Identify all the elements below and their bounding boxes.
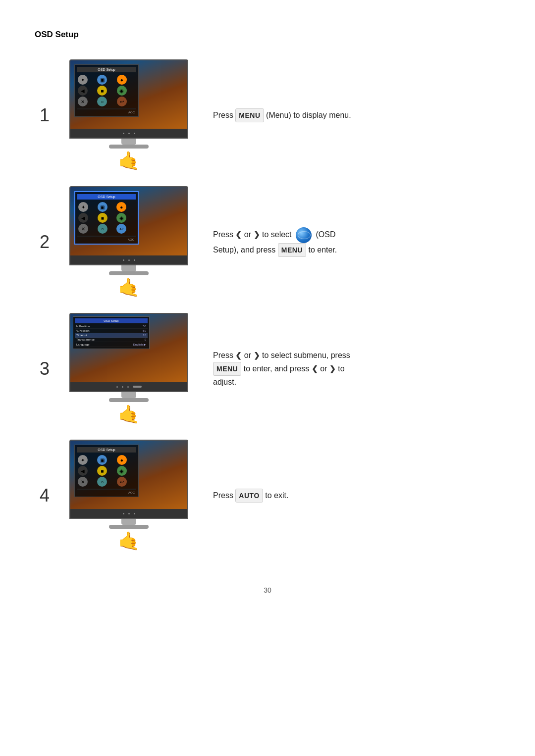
left-chevron-2: ❮ xyxy=(235,229,242,241)
monitor-1-base xyxy=(109,145,149,149)
monitor-2-base xyxy=(109,271,149,275)
monitor-3-stand xyxy=(121,392,136,398)
icon-blue: ▣ xyxy=(97,75,107,85)
submenu-val-3: 10 xyxy=(143,334,146,337)
icon-yellow: ■ xyxy=(97,86,107,96)
step3-toenter: to enter, and press xyxy=(244,364,310,373)
icon4-blue: ▣ xyxy=(97,455,107,465)
step-1-image: OSD Setup ✦ ▣ ● ◀ ■ ◉ ✕ ○ ↩ xyxy=(59,59,198,171)
icon4-cross: ✕ xyxy=(78,477,88,487)
step2-or-text: or xyxy=(244,230,251,239)
icon4-yellow: ■ xyxy=(97,466,107,476)
step4-text: to exit. xyxy=(265,491,288,500)
icon-star: ✦ xyxy=(78,75,88,85)
monitor-2-stand xyxy=(121,265,136,271)
menu-key-1: MENU xyxy=(235,108,264,122)
step1-press: Press xyxy=(213,111,233,119)
step-2-row: 2 OSD Setup ✦ ▣ ● ◀ ■ ◉ ✕ xyxy=(30,186,505,298)
monitor-4: OSD Setup ✦ ▣ ● ◀ ■ ◉ ✕ ○ ↩ xyxy=(69,440,188,519)
step-1-number: 1 xyxy=(30,105,59,126)
monitor-3: OSD Setup H.Position 50 V.Position 50 Ti… xyxy=(69,313,188,392)
osd-menu-1: OSD Setup ✦ ▣ ● ◀ ■ ◉ ✕ ○ ↩ xyxy=(74,64,139,117)
submenu-item-2: V.Position 50 xyxy=(75,329,148,333)
left-chevron-3a: ❮ xyxy=(235,350,242,361)
osd-icons-2: ✦ ▣ ● ◀ ■ ◉ ✕ ○ ↩ xyxy=(77,201,136,235)
monitor-1: OSD Setup ✦ ▣ ● ◀ ■ ◉ ✕ ○ ↩ xyxy=(69,59,188,139)
icon4-star: ✦ xyxy=(78,455,88,465)
icon4-circle: ○ xyxy=(97,477,107,487)
icon4-dark: ◀ xyxy=(78,466,88,476)
submenu-label-3: Timeout xyxy=(76,334,87,337)
submenu-val-5: English ▶ xyxy=(133,343,146,346)
step4-press: Press xyxy=(213,491,233,500)
osd-icons-1: ✦ ▣ ● ◀ ■ ◉ ✕ ○ ↩ xyxy=(77,74,136,107)
icon2-cross: ✕ xyxy=(78,224,88,234)
submenu-label-2: V.Position xyxy=(76,329,89,332)
osd-menu-2: OSD Setup ✦ ▣ ● ◀ ■ ◉ ✕ ○ ↩ xyxy=(74,191,139,245)
step1-text: (Menu) to display menu. xyxy=(266,111,351,119)
osd-title-2: OSD Setup xyxy=(77,194,136,200)
icon-circle: ○ xyxy=(97,97,107,106)
step-2-description: Press ❮ or ❯ to select (OSD Setup), and … xyxy=(198,227,505,257)
step-4-image: OSD Setup ✦ ▣ ● ◀ ■ ◉ ✕ ○ ↩ xyxy=(59,440,198,552)
icon-cross: ✕ xyxy=(78,97,88,106)
page-number: 30 xyxy=(30,586,505,594)
step2-toselect: to select xyxy=(262,230,292,239)
icon2-star: ✦ xyxy=(78,202,88,212)
icon2-circle: ○ xyxy=(98,224,107,234)
icon2-yellow: ■ xyxy=(98,213,107,223)
step-1-row: 1 OSD Setup ✦ ▣ ● ◀ ■ ◉ xyxy=(30,59,505,171)
globe-icon xyxy=(296,227,312,243)
submenu-val-4: 0 xyxy=(145,338,146,341)
step2-osd: (OSD xyxy=(316,230,335,239)
step2-press: Press xyxy=(213,230,233,239)
hand-icon-1: 🤙 xyxy=(118,151,140,171)
osd-title-1: OSD Setup xyxy=(77,67,136,72)
menu-key-3: MENU xyxy=(213,362,241,376)
step-3-number: 3 xyxy=(30,358,59,379)
icon-orange: ● xyxy=(117,75,127,85)
step3-to: to xyxy=(338,364,344,373)
icon-arrow: ↩ xyxy=(117,97,127,106)
step-2-image: OSD Setup ✦ ▣ ● ◀ ■ ◉ ✕ ○ ↩ xyxy=(59,186,198,298)
icon4-orange: ● xyxy=(117,455,127,465)
submenu-val-2: 50 xyxy=(143,329,146,332)
step-3-description: Press ❮ or ❯ to select submenu, press ME… xyxy=(198,349,505,389)
hand-icon-3: 🤙 xyxy=(118,404,140,425)
step-1-description: Press MENU (Menu) to display menu. xyxy=(198,108,505,122)
submenu-label-1: H.Position xyxy=(76,325,90,328)
monitor-4-stand xyxy=(121,519,136,525)
icon2-green: ◉ xyxy=(116,213,126,223)
step-3-image: OSD Setup H.Position 50 V.Position 50 Ti… xyxy=(59,313,198,425)
osd-menu-4: OSD Setup ✦ ▣ ● ◀ ■ ◉ ✕ ○ ↩ xyxy=(74,445,139,497)
step2-toenter: to enter. xyxy=(308,246,337,254)
right-chevron-3a: ❯ xyxy=(254,350,260,361)
osd-submenu-title-3: OSD Setup xyxy=(75,318,148,323)
right-chevron-2: ❯ xyxy=(254,229,260,241)
step-4-description: Press AUTO to exit. xyxy=(198,489,505,503)
icon4-green: ◉ xyxy=(117,466,127,476)
page-container: OSD Setup 1 OSD Setup ✦ ▣ ● ◀ xyxy=(0,0,535,624)
monitor-3-base xyxy=(109,398,149,402)
menu-key-2: MENU xyxy=(278,243,306,257)
icon2-orange: ● xyxy=(116,202,126,212)
hand-icon-2: 🤙 xyxy=(118,277,140,298)
icon-dark: ◀ xyxy=(78,86,88,96)
submenu-item-1: H.Position 50 xyxy=(75,324,148,329)
step3-or1-text: or xyxy=(244,351,251,359)
step3-adjust: adjust. xyxy=(213,378,236,386)
monitor-2: OSD Setup ✦ ▣ ● ◀ ■ ◉ ✕ ○ ↩ xyxy=(69,186,188,265)
osd-title-4: OSD Setup xyxy=(77,447,136,453)
steps-container: 1 OSD Setup ✦ ▣ ● ◀ ■ ◉ xyxy=(30,59,505,566)
step-2-number: 2 xyxy=(30,232,59,252)
step3-or2-text: or xyxy=(320,364,327,373)
submenu-label-5: Language xyxy=(76,343,90,346)
hand-icon-4: 🤙 xyxy=(118,531,140,552)
step-4-number: 4 xyxy=(30,485,59,506)
icon-green: ◉ xyxy=(117,86,127,96)
monitor-4-base xyxy=(109,525,149,529)
submenu-val-1: 50 xyxy=(143,325,146,328)
step-4-row: 4 OSD Setup ✦ ▣ ● ◀ ■ ◉ ✕ xyxy=(30,440,505,552)
left-chevron-3b: ❮ xyxy=(312,363,318,375)
step2-text3: Setup), and press xyxy=(213,246,275,254)
